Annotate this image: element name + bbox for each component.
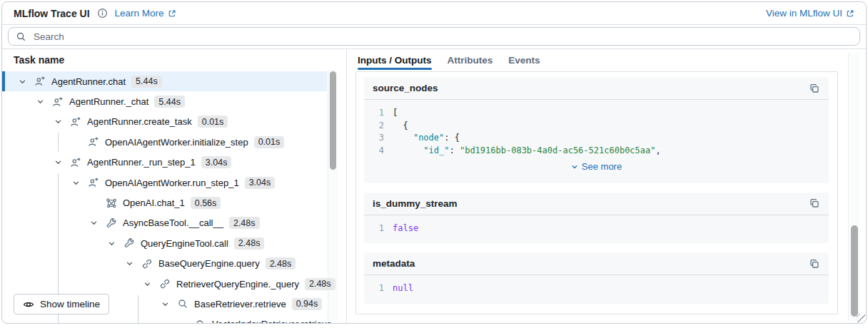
duration-badge: 5.44s [154,96,185,108]
task-label: OpenAI.chat_1 [123,198,185,208]
code-token: "id_" [423,145,449,158]
detail-scrollbar[interactable] [848,53,859,321]
see-more-link[interactable]: See more [373,157,820,175]
task-label: AgentRunner.chat [51,76,126,87]
chevron-down-icon[interactable] [107,240,116,247]
chevron-down-icon[interactable] [54,158,63,166]
code-token [393,145,423,158]
copy-icon [809,258,820,270]
copy-icon [809,198,820,209]
tree-row[interactable]: QueryEngineTool.call2.48s [2,233,327,253]
agent-icon [88,136,99,148]
view-in-mlflow-link[interactable]: View in MLflow UI [766,8,854,19]
search-input[interactable] [32,31,852,43]
chain-icon [159,278,171,290]
tab-inputs-outputs[interactable]: Inputs / Outputs [358,49,432,71]
tab-events[interactable]: Events [508,49,540,71]
code-token: , [655,145,660,158]
chevron-down-icon[interactable] [125,260,134,267]
tree-row[interactable]: RetrieverQueryEngine._query2.48s [2,274,327,294]
retriever-icon [195,319,206,323]
duration-badge: 0.56s [191,197,221,209]
copy-icon [809,83,820,94]
section-header: source_nodes [364,77,829,100]
code-token: [ [393,107,398,120]
agent-icon [34,76,46,87]
detail-tabs: Inputs / Outputs Attributes Events [347,49,866,71]
task-label: BaseRetriever.retrieve [194,299,286,309]
tree-row[interactable]: AgentRunner._run_step_13.04s [2,153,327,173]
info-icon[interactable] [97,8,108,19]
duration-badge: 3.04s [201,156,232,168]
duration-badge: 2.48s [229,217,260,229]
chevron-down-icon[interactable] [54,118,63,125]
mlflow-trace-widget: MLflow Trace UI Learn More View in MLflo… [1,1,867,324]
learn-more-label: Learn More [115,8,164,19]
task-label: AgentRunner.create_task [87,116,192,127]
chevron-down-icon[interactable] [161,300,170,308]
code-line: 4 "id_": "bd1916bb-083b-4a0d-ac56-521c60… [373,145,820,158]
code-line: 1[ [373,107,820,120]
view-in-mlflow-label: View in MLflow UI [766,8,842,19]
code-token: false [393,222,418,235]
task-tree-panel: Task name AgentRunner.chat5.44sAgentRunn… [2,49,347,323]
agent-icon [52,96,64,108]
task-label: OpenAIAgentWorker.run_step_1 [105,178,239,188]
chevron-down-icon[interactable] [89,219,99,227]
tree-row[interactable]: BaseQueryEngine.query2.48s [2,254,327,274]
tree-row[interactable]: AgentRunner.create_task0.01s [2,112,327,132]
tab-attributes[interactable]: Attributes [448,49,493,71]
detail-section-card: metadata1null [364,252,829,304]
search-box[interactable] [8,27,860,46]
retriever-icon [177,298,188,309]
line-number: 1 [373,222,384,235]
tree-row[interactable]: VectorIndexRetriever.retrieve [2,314,327,323]
section-title: metadata [373,258,415,269]
chain-icon [141,258,153,270]
show-timeline-button[interactable]: Show timeline [14,294,109,314]
tree-row[interactable]: AgentRunner.chat5.44s [2,71,327,91]
resize-handle[interactable] [857,314,865,322]
tree-row[interactable]: AgentRunner._chat5.44s [2,91,327,111]
tree-row[interactable]: OpenAIAgentWorker.initialize_step0.01s [2,132,327,152]
chevron-down-icon [571,163,578,170]
search-icon [16,31,26,42]
duration-badge: 2.48s [266,257,296,270]
tree-row[interactable]: OpenAI.chat_10.56s [2,193,327,212]
task-label: QueryEngineTool.call [141,238,228,249]
chevron-down-icon[interactable] [71,179,81,187]
section-header: metadata [364,252,829,275]
chevron-down-icon[interactable] [143,280,152,288]
tree-scrollbar-thumb[interactable] [330,71,336,170]
duration-badge: 5.44s [131,76,162,88]
line-number: 1 [373,107,384,120]
detail-section-card: is_dummy_stream1false [364,193,829,244]
chevron-down-icon[interactable] [18,78,27,86]
detail-scrollbar-thumb[interactable] [851,225,858,317]
tree-row[interactable]: AsyncBaseTool.__call__2.48s [2,213,327,233]
chevron-down-icon[interactable] [36,98,45,106]
llm-icon [106,198,117,209]
agent-icon [88,177,99,188]
show-timeline-label: Show timeline [40,299,100,309]
copy-button[interactable] [809,198,820,209]
external-link-icon [846,9,854,18]
section-title: is_dummy_stream [373,198,458,209]
section-header: is_dummy_stream [364,193,829,215]
learn-more-link[interactable]: Learn More [115,8,176,19]
copy-button[interactable] [809,83,820,94]
code-block: 1null [364,275,829,304]
code-token: : { [444,132,460,145]
header: MLflow Trace UI Learn More View in MLflo… [2,2,866,25]
code-block: 1false [364,215,829,244]
copy-button[interactable] [809,258,820,270]
page-title: MLflow Trace UI [14,8,90,19]
task-label: RetrieverQueryEngine._query [176,279,299,290]
see-more-label: See more [582,160,622,173]
search-row [2,25,866,49]
trace-tree: AgentRunner.chat5.44sAgentRunner._chat5.… [2,70,346,323]
tree-row[interactable]: OpenAIAgentWorker.run_step_13.04s [2,173,327,193]
tool-icon [123,237,135,249]
code-token [393,132,413,145]
main-split: Task name AgentRunner.chat5.44sAgentRunn… [2,49,866,323]
